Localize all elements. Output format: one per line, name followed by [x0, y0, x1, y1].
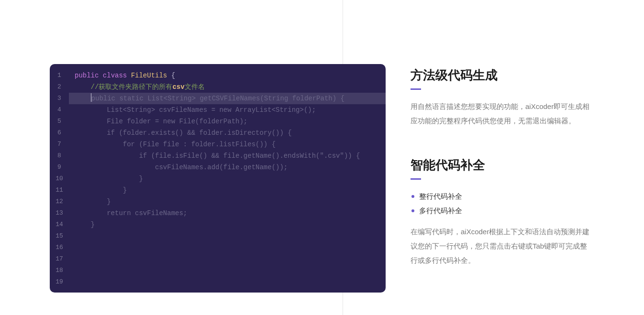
line-number: 7 — [50, 139, 69, 150]
feature-code-completion: 智能代码补全 整行代码补全 多行代码补全 在编写代码时，aiXcoder根据上下… — [411, 157, 592, 268]
code-editor: 1 2 3 4 5 6 7 8 9 10 11 12 13 14 15 16 1… — [50, 64, 386, 293]
code-line[interactable]: public clvass FileUtils { — [69, 70, 386, 81]
line-number-gutter: 1 2 3 4 5 6 7 8 9 10 11 12 13 14 15 16 1… — [50, 64, 69, 293]
line-number: 9 — [50, 162, 69, 173]
code-body[interactable]: public clvass FileUtils { //获取文件夹路径下的所有c… — [69, 70, 386, 230]
code-line[interactable]: File folder = new File(folderPath); — [69, 116, 386, 127]
line-number: 16 — [50, 242, 69, 253]
line-number: 13 — [50, 207, 69, 219]
line-number: 8 — [50, 150, 69, 162]
line-number: 18 — [50, 265, 69, 276]
code-line[interactable]: if (file.isFile() && file.getName().ends… — [69, 150, 386, 162]
bullet-item: 多行代码补全 — [411, 204, 592, 218]
code-line[interactable]: if (folder.exists() && folder.isDirector… — [69, 127, 386, 139]
accent-bar — [411, 178, 421, 180]
features-column: 方法级代码生成 用自然语言描述您想要实现的功能，aiXcoder即可生成相应功能… — [411, 67, 592, 296]
code-line[interactable]: //获取文件夹路径下的所有csv文件名 — [69, 81, 386, 93]
line-number: 19 — [50, 276, 69, 288]
line-number: 12 — [50, 196, 69, 207]
code-line-highlighted[interactable]: public static List<String> getCSVFileNam… — [69, 93, 386, 104]
line-number: 17 — [50, 253, 69, 265]
feature-description: 在编写代码时，aiXcoder根据上下文和语法自动预测并建议您的下一行代码，您只… — [411, 225, 592, 268]
line-number: 1 — [50, 70, 69, 81]
line-number: 4 — [50, 104, 69, 116]
code-line[interactable]: return csvFileNames; — [69, 207, 386, 219]
line-number: 3 — [50, 93, 69, 104]
line-number: 6 — [50, 127, 69, 139]
code-line[interactable]: } — [69, 219, 386, 230]
code-line[interactable]: List<String> csvFileNames = new ArrayLis… — [69, 104, 386, 116]
feature-title: 方法级代码生成 — [411, 67, 592, 84]
feature-method-generation: 方法级代码生成 用自然语言描述您想要实现的功能，aiXcoder即可生成相应功能… — [411, 67, 592, 128]
code-line[interactable]: csvFileNames.add(file.getName()); — [69, 162, 386, 173]
code-line[interactable]: } — [69, 173, 386, 185]
feature-title: 智能代码补全 — [411, 157, 592, 174]
code-line[interactable]: } — [69, 185, 386, 196]
line-number: 5 — [50, 116, 69, 127]
line-number: 15 — [50, 230, 69, 242]
accent-bar — [411, 88, 421, 90]
code-line[interactable]: } — [69, 196, 386, 207]
line-number: 11 — [50, 185, 69, 196]
feature-description: 用自然语言描述您想要实现的功能，aiXcoder即可生成相应功能的完整程序代码供… — [411, 99, 592, 128]
feature-bullets: 整行代码补全 多行代码补全 — [411, 189, 592, 218]
line-number: 2 — [50, 81, 69, 93]
line-number: 14 — [50, 219, 69, 230]
code-line[interactable]: for (File file : folder.listFiles()) { — [69, 139, 386, 150]
bullet-item: 整行代码补全 — [411, 189, 592, 204]
line-number: 10 — [50, 173, 69, 185]
